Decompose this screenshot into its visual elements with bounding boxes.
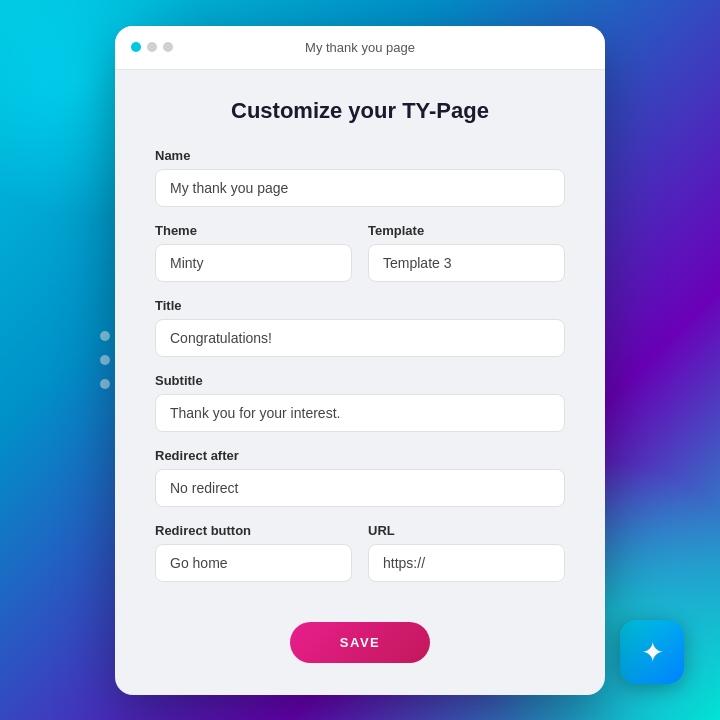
title-field-group: Title: [155, 298, 565, 357]
window-controls: [131, 42, 173, 52]
url-label: URL: [368, 523, 565, 538]
redirect-button-field-group: Redirect button: [155, 523, 352, 582]
template-label: Template: [368, 223, 565, 238]
subtitle-label: Subtitle: [155, 373, 565, 388]
redirect-after-label: Redirect after: [155, 448, 565, 463]
title-label: Title: [155, 298, 565, 313]
title-input[interactable]: [155, 319, 565, 357]
theme-template-row: Theme Template: [155, 223, 565, 298]
url-field-group: URL: [368, 523, 565, 582]
subtitle-field-group: Subtitle: [155, 373, 565, 432]
dot: [100, 379, 110, 389]
theme-label: Theme: [155, 223, 352, 238]
window-dot-3: [163, 42, 173, 52]
redirect-after-input[interactable]: [155, 469, 565, 507]
dot: [100, 355, 110, 365]
redirect-button-url-row: Redirect button URL: [155, 523, 565, 598]
template-input[interactable]: [368, 244, 565, 282]
subtitle-input[interactable]: [155, 394, 565, 432]
dot: [100, 331, 110, 341]
window-dot-1: [131, 42, 141, 52]
name-input[interactable]: [155, 169, 565, 207]
redirect-button-input[interactable]: [155, 544, 352, 582]
name-label: Name: [155, 148, 565, 163]
page-heading: Customize your TY-Page: [155, 98, 565, 124]
titlebar: My thank you page: [115, 26, 605, 70]
modal-body: Customize your TY-Page Name Theme Templa…: [115, 70, 605, 695]
save-button[interactable]: SAVE: [290, 622, 430, 663]
window-title: My thank you page: [305, 40, 415, 55]
redirect-after-field-group: Redirect after: [155, 448, 565, 507]
redirect-button-label: Redirect button: [155, 523, 352, 538]
template-field-group: Template: [368, 223, 565, 282]
theme-field-group: Theme: [155, 223, 352, 282]
badge-widget[interactable]: ✦: [620, 620, 684, 684]
theme-input[interactable]: [155, 244, 352, 282]
url-input[interactable]: [368, 544, 565, 582]
window-dot-2: [147, 42, 157, 52]
name-field-group: Name: [155, 148, 565, 207]
sparkle-icon: ✦: [641, 636, 664, 669]
modal-window: My thank you page Customize your TY-Page…: [115, 26, 605, 695]
